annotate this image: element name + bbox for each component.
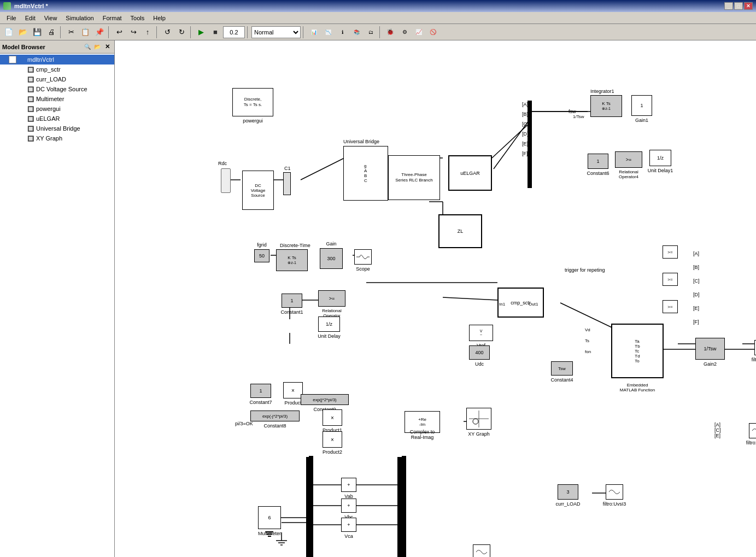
menu-edit[interactable]: Edit xyxy=(21,14,40,22)
const9-block[interactable]: exp(j*2*pi/3) Constant9 xyxy=(301,394,349,405)
vref-block[interactable]: V~ Vref xyxy=(469,325,493,341)
tree-item-uelgar[interactable]: 🔲 uELGAR xyxy=(0,114,114,124)
open-button[interactable]: 📂 xyxy=(16,26,30,39)
unit-delay1-block[interactable]: 1/z Unit Delay1 xyxy=(649,150,671,166)
tree-label-uelgar: uELGAR xyxy=(36,115,60,122)
sum-vbc-block[interactable]: + Vbc xyxy=(341,499,356,513)
comp2-block[interactable]: >= xyxy=(663,273,678,286)
tree-item-multimeter[interactable]: 🔲 Multimeter xyxy=(0,94,114,104)
library-button[interactable]: 📚 xyxy=(350,26,363,39)
udc-block[interactable]: 400 Udc xyxy=(469,345,490,360)
linmod-button[interactable]: 📊 xyxy=(307,26,320,39)
uelgar-block[interactable]: uELGAR xyxy=(448,155,492,191)
gain1-block[interactable]: 1 Gain1 xyxy=(631,95,652,116)
const8-block[interactable]: exp(-j*2*pi/3) Constant8 xyxy=(250,411,300,421)
redo-button[interactable]: ↪ xyxy=(127,26,140,39)
up-button[interactable]: ↑ xyxy=(141,26,154,39)
undo-button[interactable]: ↩ xyxy=(113,26,126,39)
comp3-block[interactable]: >= xyxy=(663,300,678,313)
gain300-block[interactable]: 300 Gain xyxy=(320,248,343,269)
constant6-block[interactable]: 1 Constant6 xyxy=(588,154,608,169)
minimize-btn[interactable]: _ xyxy=(724,2,733,10)
tree-icon-bridge: 🔲 xyxy=(26,124,35,133)
tree-item-powergui[interactable]: 🔲 powergui xyxy=(0,104,114,114)
constant1-block[interactable]: 1 Constant1 xyxy=(282,294,302,308)
product1-block[interactable]: × Product1 xyxy=(323,409,342,426)
sum-vca-block[interactable]: + Vca xyxy=(341,518,356,532)
scope1-block[interactable]: Scope xyxy=(354,249,372,265)
menu-simulation[interactable]: Simulation xyxy=(61,14,98,22)
bus-abcdef: [A][B][C][D][E][F] xyxy=(522,99,529,159)
menu-help[interactable]: Help xyxy=(149,14,170,22)
fgrid-block[interactable]: 50 fgrid xyxy=(254,249,269,262)
model-browser-close[interactable]: ✕ xyxy=(102,42,112,52)
fgrid-text: 50 xyxy=(259,253,265,259)
menu-tools[interactable]: Tools xyxy=(126,14,149,22)
powergui-block[interactable]: Discrete,Ts = Ts s. powergui xyxy=(232,88,273,116)
tree-expand-root[interactable]: − xyxy=(9,56,16,63)
product2-block[interactable]: × Product2 xyxy=(323,431,342,448)
complex-real-block[interactable]: +Re-Im Complex toReal-Imag xyxy=(405,411,440,433)
dc-voltage-block[interactable]: DCVoltageSource xyxy=(242,171,274,210)
sum-vab-block[interactable]: + Vab xyxy=(341,478,356,492)
embedded-matlab-block[interactable]: TaTbTcTdTo EmbeddedMATLAB Function xyxy=(611,324,664,378)
model-browser-icon1[interactable]: 🔍 xyxy=(83,42,92,52)
cut-button[interactable]: ✂ xyxy=(65,26,78,39)
zl-block[interactable]: ZL xyxy=(438,214,482,248)
filtro-uvsl-block[interactable]: filtro:UvsI xyxy=(473,544,490,557)
const7-block[interactable]: 1 Constant7 xyxy=(250,384,271,398)
tree-item-dc-voltage[interactable]: 🔲 DC Voltage Source xyxy=(0,84,114,94)
settings-button[interactable]: ⚙ xyxy=(398,26,411,39)
const7-text: 1 xyxy=(259,388,262,394)
sim-mode-select[interactable]: Normal Accelerator xyxy=(251,26,301,38)
filtro-uvsl1-block[interactable]: filtro:UvsI1 xyxy=(749,423,756,438)
linearize-button[interactable]: 📉 xyxy=(321,26,335,39)
save-button[interactable]: 💾 xyxy=(31,26,44,39)
menu-view[interactable]: View xyxy=(40,14,62,22)
const4-block[interactable]: Tsw Constant4 xyxy=(551,361,573,376)
model-browser-icon2[interactable]: 📂 xyxy=(92,42,102,52)
close-btn[interactable]: ✕ xyxy=(744,2,753,10)
rel-op4-block[interactable]: >= RelationalOperator4 xyxy=(615,151,642,168)
tree-item-xy-graph[interactable]: 🔲 XY Graph xyxy=(0,133,114,143)
new-button[interactable]: 📄 xyxy=(2,26,15,39)
redo2-button[interactable]: ↻ xyxy=(175,26,188,39)
tree-item-root[interactable]: − ■ mdltnVctrl xyxy=(0,55,114,65)
kts-block[interactable]: K Ts⊗z-1 xyxy=(590,95,622,117)
print-button[interactable]: 🖨 xyxy=(45,26,58,39)
maximize-btn[interactable]: □ xyxy=(734,2,743,10)
comp1-block[interactable]: >= xyxy=(663,245,678,259)
disc-integrator-block[interactable]: K Ts⊗z-1 xyxy=(276,249,308,271)
xy-graph-block[interactable]: XY Graph xyxy=(466,408,491,430)
unit-delay-block[interactable]: 1/z Unit Delay xyxy=(318,316,340,332)
tree-item-universal-bridge[interactable]: 🔲 Universal Bridge xyxy=(0,124,114,133)
explorer-button[interactable]: 🗂 xyxy=(364,26,377,39)
model-info-button[interactable]: ℹ xyxy=(336,26,349,39)
sim-time-input[interactable] xyxy=(223,26,245,38)
rdc-resistor[interactable] xyxy=(221,168,231,193)
filtro-uvsl3-block[interactable]: filtro:UvsI3 xyxy=(606,484,623,500)
block-button[interactable]: 🚫 xyxy=(426,26,439,39)
undo2-button[interactable]: ↺ xyxy=(161,26,174,39)
chart-button[interactable]: 📈 xyxy=(412,26,425,39)
gain300-text: 300 xyxy=(327,256,335,261)
diagram-canvas[interactable]: Discrete,Ts = Ts s. powergui Universal B… xyxy=(115,40,756,557)
tree-item-curr-load[interactable]: 🔲 curr_LOAD xyxy=(0,74,114,84)
rel-op-block[interactable]: >= RelationalOperator xyxy=(318,290,345,307)
three-phase-rlc-block[interactable]: Three-PhaseSeries RLC Branch xyxy=(388,155,440,200)
stop-button[interactable]: ■ xyxy=(209,26,222,39)
debug-button[interactable]: 🐞 xyxy=(384,26,397,39)
menu-format[interactable]: Format xyxy=(98,14,126,22)
gain2-block[interactable]: 1/Tsw Gain2 xyxy=(695,338,725,360)
menu-file[interactable]: File xyxy=(2,14,21,22)
product-block[interactable]: × Product xyxy=(283,382,303,398)
universal-bridge-block[interactable]: g A B C xyxy=(343,146,388,201)
tree-item-cmp-sctr[interactable]: 🔲 cmp_sctr xyxy=(0,65,114,74)
c1-cap[interactable] xyxy=(283,172,291,195)
run-button[interactable]: ▶ xyxy=(195,26,208,39)
copy-button[interactable]: 📋 xyxy=(79,26,92,39)
paste-button[interactable]: 📌 xyxy=(93,26,106,39)
multimeter-block[interactable]: 6 Multimeter xyxy=(258,506,281,529)
curr-load-block[interactable]: 3 curr_LOAD xyxy=(558,484,578,500)
const8-label: Constant8 xyxy=(263,423,286,429)
